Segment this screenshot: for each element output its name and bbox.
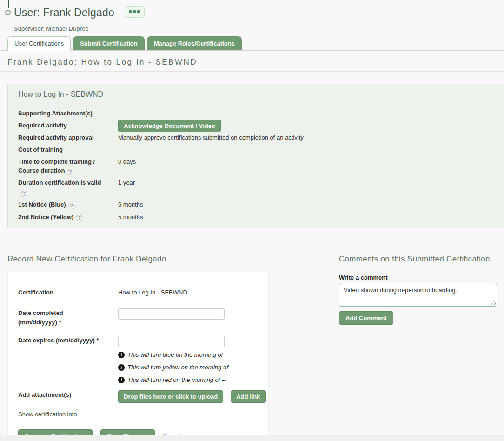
page-title: User: Frank Delgado [14, 7, 114, 19]
tab-submit-certification[interactable]: Submit Certification [73, 36, 145, 50]
help-icon[interactable]: ? [68, 203, 75, 209]
panel-row-second-notice: 2nd Notice (Yellow)? 5 months [18, 213, 495, 222]
date-expires-input[interactable] [118, 336, 225, 347]
resize-handle-icon[interactable] [491, 301, 496, 305]
more-options-button[interactable] [125, 6, 145, 18]
panel-row-required-activity: Required activity Acknowledge Document /… [18, 121, 495, 132]
panel-row-required-activity-approval: Required activity approval Manually appr… [18, 133, 495, 142]
panel-title: How to Log In - SEBWND [8, 84, 504, 104]
ellipsis-icon [137, 10, 140, 13]
date-completed-input[interactable] [118, 308, 225, 320]
footer-strip [0, 435, 504, 441]
tab-manage-roles-certifications[interactable]: Manage Roles/Certifications [147, 36, 242, 50]
tab-bar: User Certifications Submit Certification… [0, 36, 504, 51]
acknowledge-document-video-button[interactable]: Acknowledge Document / Video [118, 120, 221, 132]
header: User: Frank Delgado [0, 0, 504, 22]
expiry-note-yellow: iThis will turn yellow on the morning of… [118, 363, 258, 372]
form-row-add-attachments: Add attachment(s) Drop files here or cli… [18, 390, 258, 403]
help-icon[interactable]: ? [76, 215, 82, 221]
form-row-date-expires: Date expires (mm/dd/yyyy) * iThis will t… [18, 336, 258, 385]
panel-row-supporting-attachments: Supporting Attachment(s) -- [18, 109, 495, 118]
help-icon[interactable]: ? [67, 169, 73, 175]
comment-textarea[interactable]: Video shown during in-person onboarding. [339, 283, 497, 307]
supervisor-label: Supervisor: Michael Dupree [14, 25, 497, 32]
panel-row-time-to-complete: Time to complete training / Course durat… [18, 157, 495, 175]
add-comment-button[interactable]: Add Comment [339, 311, 393, 325]
text-cursor [458, 287, 458, 293]
expiry-note-red: iThis will turn red on the morning of -- [118, 375, 258, 385]
form-row-date-completed: Date completed (mm/dd/yyyy) * [18, 308, 258, 327]
form-row-certification: Certification How to Log In - SEBWND [18, 288, 258, 297]
info-icon: i [118, 352, 125, 358]
panel-row-duration-valid: Duration certification is valid ? 1 year [18, 178, 495, 198]
ellipsis-icon [133, 10, 136, 13]
comment-text: Video shown during in-person onboarding. [344, 287, 457, 294]
panel-row-cost-of-training: Cost of training -- [18, 145, 495, 154]
certification-page-heading: Frank Delgado: How to Log In - SEBWND [0, 51, 504, 72]
help-icon[interactable]: ? [21, 191, 27, 197]
info-icon: i [118, 377, 125, 383]
ellipsis-icon [129, 10, 132, 13]
show-certification-info-link[interactable]: Show certification info [18, 411, 77, 418]
panel-row-first-notice: 1st Notice (Blue)? 6 months [18, 200, 495, 209]
certification-value: How to Log In - SEBWND [118, 288, 258, 297]
record-form-heading: Record New Certification for Frank Delga… [7, 254, 276, 268]
comments-heading: Comments on this Submitted Certification [339, 254, 504, 268]
upload-files-button[interactable]: Drop files here or click to upload [118, 390, 223, 403]
record-form-card: Certification How to Log In - SEBWND Dat… [7, 272, 269, 441]
tab-user-certifications[interactable]: User Certifications [7, 36, 71, 51]
certification-details-panel: How to Log In - SEBWND Supporting Attach… [7, 84, 504, 228]
expiry-note-blue: iThis will turn blue on the morning of -… [118, 350, 258, 360]
user-status-icon [5, 10, 11, 15]
info-icon: i [118, 364, 125, 371]
write-comment-label: Write a comment [339, 274, 504, 281]
add-link-button[interactable]: Add link [231, 390, 265, 403]
